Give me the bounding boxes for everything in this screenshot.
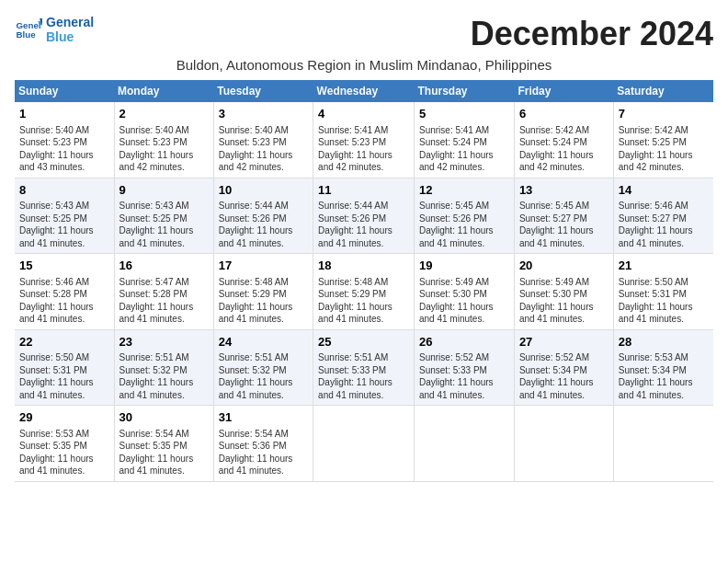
header-sunday: Sunday bbox=[15, 80, 114, 102]
day-info: Sunrise: 5:40 AM Sunset: 5:23 PM Dayligh… bbox=[19, 124, 109, 174]
day-number: 26 bbox=[419, 334, 509, 350]
day-info: Sunrise: 5:53 AM Sunset: 5:35 PM Dayligh… bbox=[19, 428, 109, 477]
day-number: 30 bbox=[119, 409, 209, 426]
day-info: Sunrise: 5:49 AM Sunset: 5:30 PM Dayligh… bbox=[519, 276, 609, 326]
day-cell: 4Sunrise: 5:41 AM Sunset: 5:23 PM Daylig… bbox=[313, 102, 415, 178]
day-cell: 12Sunrise: 5:45 AM Sunset: 5:26 PM Dayli… bbox=[415, 178, 515, 254]
day-number: 19 bbox=[419, 258, 509, 274]
day-info: Sunrise: 5:51 AM Sunset: 5:33 PM Dayligh… bbox=[318, 351, 409, 401]
day-info: Sunrise: 5:42 AM Sunset: 5:25 PM Dayligh… bbox=[619, 124, 709, 174]
day-info: Sunrise: 5:44 AM Sunset: 5:26 PM Dayligh… bbox=[318, 200, 409, 249]
day-info: Sunrise: 5:54 AM Sunset: 5:35 PM Dayligh… bbox=[119, 428, 209, 477]
month-title: December 2024 bbox=[471, 15, 713, 53]
day-cell: 20Sunrise: 5:49 AM Sunset: 5:30 PM Dayli… bbox=[514, 254, 613, 330]
day-cell bbox=[613, 406, 713, 482]
week-row-4: 22Sunrise: 5:50 AM Sunset: 5:31 PM Dayli… bbox=[15, 329, 713, 406]
day-cell: 11Sunrise: 5:44 AM Sunset: 5:26 PM Dayli… bbox=[313, 178, 415, 254]
day-cell: 16Sunrise: 5:47 AM Sunset: 5:28 PM Dayli… bbox=[114, 254, 213, 330]
day-number: 18 bbox=[318, 258, 409, 274]
day-number: 2 bbox=[119, 106, 209, 122]
day-info: Sunrise: 5:48 AM Sunset: 5:29 PM Dayligh… bbox=[219, 276, 308, 326]
day-number: 10 bbox=[219, 182, 308, 199]
day-info: Sunrise: 5:51 AM Sunset: 5:32 PM Dayligh… bbox=[219, 351, 308, 401]
day-info: Sunrise: 5:53 AM Sunset: 5:34 PM Dayligh… bbox=[619, 351, 709, 401]
day-cell bbox=[415, 406, 515, 482]
day-info: Sunrise: 5:46 AM Sunset: 5:27 PM Dayligh… bbox=[619, 200, 709, 249]
day-cell: 23Sunrise: 5:51 AM Sunset: 5:32 PM Dayli… bbox=[114, 329, 213, 406]
day-number: 25 bbox=[318, 334, 409, 350]
day-number: 6 bbox=[519, 106, 609, 122]
day-number: 12 bbox=[419, 182, 509, 199]
day-number: 7 bbox=[619, 106, 709, 122]
day-cell: 2Sunrise: 5:40 AM Sunset: 5:23 PM Daylig… bbox=[114, 102, 213, 178]
day-number: 22 bbox=[19, 334, 109, 350]
day-number: 4 bbox=[318, 106, 409, 122]
header-monday: Monday bbox=[114, 80, 213, 102]
day-info: Sunrise: 5:50 AM Sunset: 5:31 PM Dayligh… bbox=[619, 276, 709, 326]
day-cell: 18Sunrise: 5:48 AM Sunset: 5:29 PM Dayli… bbox=[313, 254, 415, 330]
day-cell: 7Sunrise: 5:42 AM Sunset: 5:25 PM Daylig… bbox=[613, 102, 713, 178]
header-tuesday: Tuesday bbox=[213, 80, 313, 102]
day-cell: 30Sunrise: 5:54 AM Sunset: 5:35 PM Dayli… bbox=[114, 406, 213, 482]
day-cell: 10Sunrise: 5:44 AM Sunset: 5:26 PM Dayli… bbox=[213, 178, 313, 254]
day-number: 8 bbox=[19, 182, 109, 199]
day-cell: 9Sunrise: 5:43 AM Sunset: 5:25 PM Daylig… bbox=[114, 178, 213, 254]
day-cell: 25Sunrise: 5:51 AM Sunset: 5:33 PM Dayli… bbox=[313, 329, 415, 406]
week-row-1: 1Sunrise: 5:40 AM Sunset: 5:23 PM Daylig… bbox=[15, 102, 713, 178]
day-cell: 1Sunrise: 5:40 AM Sunset: 5:23 PM Daylig… bbox=[15, 102, 114, 178]
day-number: 11 bbox=[318, 182, 409, 199]
page-header: General Blue General Blue December 2024 bbox=[15, 15, 713, 53]
day-number: 13 bbox=[519, 182, 609, 199]
day-info: Sunrise: 5:50 AM Sunset: 5:31 PM Dayligh… bbox=[19, 351, 109, 401]
logo-text: General Blue bbox=[46, 15, 94, 44]
day-number: 20 bbox=[519, 258, 609, 274]
day-number: 24 bbox=[219, 334, 308, 350]
day-info: Sunrise: 5:43 AM Sunset: 5:25 PM Dayligh… bbox=[119, 200, 209, 249]
day-number: 3 bbox=[219, 106, 308, 122]
day-info: Sunrise: 5:49 AM Sunset: 5:30 PM Dayligh… bbox=[419, 276, 509, 326]
header-wednesday: Wednesday bbox=[313, 80, 415, 102]
day-cell: 31Sunrise: 5:54 AM Sunset: 5:36 PM Dayli… bbox=[213, 406, 313, 482]
day-info: Sunrise: 5:41 AM Sunset: 5:24 PM Dayligh… bbox=[419, 124, 509, 174]
day-info: Sunrise: 5:52 AM Sunset: 5:34 PM Dayligh… bbox=[519, 351, 609, 401]
week-row-3: 15Sunrise: 5:46 AM Sunset: 5:28 PM Dayli… bbox=[15, 254, 713, 330]
day-info: Sunrise: 5:48 AM Sunset: 5:29 PM Dayligh… bbox=[318, 276, 409, 326]
day-info: Sunrise: 5:46 AM Sunset: 5:28 PM Dayligh… bbox=[19, 276, 109, 326]
day-number: 31 bbox=[219, 409, 308, 426]
day-number: 21 bbox=[619, 258, 709, 274]
day-cell: 8Sunrise: 5:43 AM Sunset: 5:25 PM Daylig… bbox=[15, 178, 114, 254]
day-number: 23 bbox=[119, 334, 209, 350]
day-number: 15 bbox=[19, 258, 109, 274]
logo-icon: General Blue bbox=[15, 16, 42, 43]
day-info: Sunrise: 5:43 AM Sunset: 5:25 PM Dayligh… bbox=[19, 200, 109, 249]
day-number: 28 bbox=[619, 334, 709, 350]
day-info: Sunrise: 5:45 AM Sunset: 5:27 PM Dayligh… bbox=[519, 200, 609, 249]
day-info: Sunrise: 5:47 AM Sunset: 5:28 PM Dayligh… bbox=[119, 276, 209, 326]
day-cell: 22Sunrise: 5:50 AM Sunset: 5:31 PM Dayli… bbox=[15, 329, 114, 406]
header-thursday: Thursday bbox=[415, 80, 515, 102]
day-cell: 15Sunrise: 5:46 AM Sunset: 5:28 PM Dayli… bbox=[15, 254, 114, 330]
calendar-header-row: SundayMondayTuesdayWednesdayThursdayFrid… bbox=[15, 80, 713, 102]
day-info: Sunrise: 5:54 AM Sunset: 5:36 PM Dayligh… bbox=[219, 428, 308, 477]
day-info: Sunrise: 5:45 AM Sunset: 5:26 PM Dayligh… bbox=[419, 200, 509, 249]
svg-text:Blue: Blue bbox=[17, 29, 37, 40]
day-info: Sunrise: 5:40 AM Sunset: 5:23 PM Dayligh… bbox=[119, 124, 209, 174]
week-row-2: 8Sunrise: 5:43 AM Sunset: 5:25 PM Daylig… bbox=[15, 178, 713, 254]
day-info: Sunrise: 5:42 AM Sunset: 5:24 PM Dayligh… bbox=[519, 124, 609, 174]
day-cell: 26Sunrise: 5:52 AM Sunset: 5:33 PM Dayli… bbox=[415, 329, 515, 406]
day-cell bbox=[514, 406, 613, 482]
day-cell: 13Sunrise: 5:45 AM Sunset: 5:27 PM Dayli… bbox=[514, 178, 613, 254]
day-cell bbox=[313, 406, 415, 482]
day-cell: 3Sunrise: 5:40 AM Sunset: 5:23 PM Daylig… bbox=[213, 102, 313, 178]
day-cell: 6Sunrise: 5:42 AM Sunset: 5:24 PM Daylig… bbox=[514, 102, 613, 178]
day-cell: 5Sunrise: 5:41 AM Sunset: 5:24 PM Daylig… bbox=[415, 102, 515, 178]
day-cell: 21Sunrise: 5:50 AM Sunset: 5:31 PM Dayli… bbox=[613, 254, 713, 330]
header-saturday: Saturday bbox=[613, 80, 713, 102]
day-info: Sunrise: 5:52 AM Sunset: 5:33 PM Dayligh… bbox=[419, 351, 509, 401]
day-cell: 17Sunrise: 5:48 AM Sunset: 5:29 PM Dayli… bbox=[213, 254, 313, 330]
logo: General Blue General Blue bbox=[15, 15, 94, 44]
day-cell: 14Sunrise: 5:46 AM Sunset: 5:27 PM Dayli… bbox=[613, 178, 713, 254]
day-number: 29 bbox=[19, 409, 109, 426]
day-info: Sunrise: 5:41 AM Sunset: 5:23 PM Dayligh… bbox=[318, 124, 409, 174]
location-title: Buldon, Autonomous Region in Muslim Mind… bbox=[15, 57, 713, 73]
